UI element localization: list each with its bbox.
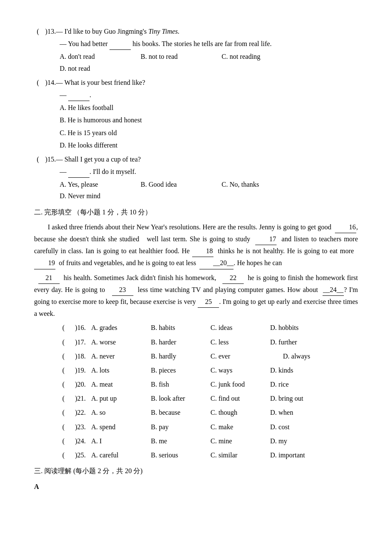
q20-option-d: D. rice: [270, 379, 326, 390]
section2-header: 二. 完形填空 （每小题 1 分，共 10 分）: [34, 206, 358, 218]
question-14: ( )14. — What is your best friend like? …: [34, 77, 358, 151]
q13-option-a: A. don't read: [60, 51, 128, 62]
q25-options: ( )25. A. careful B. serious C. similar …: [34, 449, 358, 461]
q19-option-c: C. ways: [210, 364, 266, 376]
q21-option-a: A. put up: [91, 393, 147, 404]
q14-text: — What is your best friend like?: [56, 77, 358, 88]
q13-option-d: D. not read: [60, 63, 128, 74]
q17-option-a: A. worse: [91, 336, 147, 348]
q17-option-c: C. less: [210, 336, 266, 348]
blank-21: 21: [38, 272, 60, 284]
section3-label: A: [34, 481, 358, 492]
q19-num: )19.: [72, 364, 87, 376]
q13-text: — I'd like to buy Guo Jingming's Tiny Ti…: [56, 26, 358, 37]
blank-25: 25: [198, 296, 219, 308]
q16-option-c: C. ideas: [210, 322, 266, 333]
blank-19: 19: [34, 257, 55, 269]
question-15: ( )15. — Shall I get you a cup of tea? —…: [34, 153, 358, 202]
q25-option-a: A. careful: [91, 449, 147, 461]
blank-17: 17: [255, 233, 277, 245]
cloze-q21: ( )21. A. put up B. look after C. find o…: [34, 393, 358, 404]
q18-option-c: C. ever: [210, 350, 279, 362]
q19-option-a: A. lots: [91, 364, 147, 376]
cloze-q25: ( )25. A. careful B. serious C. similar …: [34, 449, 358, 461]
q22-num: )22.: [72, 407, 87, 418]
q21-option-d: D. bring out: [270, 393, 326, 404]
q17-paren: (: [60, 336, 67, 348]
q25-option-c: C. similar: [210, 449, 266, 461]
q14-option-b-line: B. He is humorous and honest: [34, 114, 358, 126]
q25-num: )25.: [72, 449, 87, 461]
q19-paren: (: [60, 364, 67, 376]
q16-options: ( )16. A. grades B. habits C. ideas D. h…: [34, 322, 358, 333]
q15-num: )15.: [42, 153, 56, 165]
q17-options: ( )17. A. worse B. harder C. less D. fur…: [34, 336, 358, 348]
q18-options: ( )18. A. never B. hardly C. ever D. alw…: [34, 350, 358, 362]
q14-answer-line: — .: [34, 89, 358, 101]
q16-option-d: D. hobbits: [270, 322, 326, 333]
cloze-q19: ( )19. A. lots B. pieces C. ways D. kind…: [34, 364, 358, 376]
q24-option-d: D. my: [270, 435, 326, 447]
q18-num: )18.: [72, 350, 87, 362]
q15-option-d: D. Never mind: [60, 190, 128, 202]
section2-passage2: 21 his health. Sometimes Jack didn't fin…: [34, 272, 358, 320]
q16-option-b: B. habits: [151, 322, 206, 333]
cloze-q17: ( )17. A. worse B. harder C. less D. fur…: [34, 336, 358, 348]
q24-options: ( )24. A. I B. me C. mine D. my: [34, 435, 358, 447]
q22-paren: (: [60, 407, 67, 418]
q16-paren: (: [60, 322, 67, 333]
q13-paren: (: [34, 26, 42, 37]
q13-num: )13.: [42, 26, 56, 37]
q19-option-d: D. kinds: [270, 364, 326, 376]
q14-paren: (: [34, 77, 42, 88]
q13-option-c: C. not reading: [222, 51, 290, 62]
q14-blank: [68, 89, 89, 101]
question-13: ( )13. — I'd like to buy Guo Jingming's …: [34, 26, 358, 74]
q15-blank: [68, 166, 89, 178]
q17-option-b: B. harder: [151, 336, 206, 348]
q23-option-c: C. make: [210, 421, 266, 433]
q18-paren: (: [60, 350, 67, 362]
q21-num: )21.: [72, 393, 87, 404]
q15-option-a: A. Yes, please: [60, 179, 128, 190]
q20-option-b: B. fish: [151, 379, 206, 390]
q22-options: ( )22. A. so B. because C. though D. whe…: [34, 407, 358, 418]
q14-option-d-line: D. He looks different: [34, 139, 358, 151]
cloze-q16: ( )16. A. grades B. habits C. ideas D. h…: [34, 322, 358, 333]
q15-option-c: C. No, thanks: [222, 179, 290, 190]
blank-22: 22: [222, 272, 244, 284]
q16-num: )16.: [72, 322, 87, 333]
blank-24: __24__: [323, 284, 344, 296]
q24-num: )24.: [72, 435, 87, 447]
q15-options: A. Yes, please B. Good idea C. No, thank…: [34, 179, 358, 202]
blank-23: 23: [112, 284, 133, 296]
blank-18: 18: [192, 245, 213, 257]
q20-paren: (: [60, 379, 67, 390]
q20-options: ( )20. A. meat B. fish C. junk food D. r…: [34, 379, 358, 390]
q13-book-title: Tiny Times: [148, 28, 178, 35]
q23-num: )23.: [72, 421, 87, 433]
section3-header: 三. 阅读理解 (每小题 2 分，共 20 分): [34, 465, 358, 477]
q20-num: )20.: [72, 379, 87, 390]
q15-answer-line: — . I'll do it myself.: [34, 166, 358, 178]
q21-option-c: C. find out: [210, 393, 266, 404]
q18-option-a: A. never: [91, 350, 147, 362]
q23-option-b: B. pay: [151, 421, 206, 433]
blank-20: __20__: [199, 257, 233, 269]
q23-paren: (: [60, 421, 67, 433]
q24-paren: (: [60, 435, 67, 447]
q15-text: — Shall I get you a cup of tea?: [56, 153, 358, 165]
q22-option-b: B. because: [151, 407, 206, 418]
cloze-q20: ( )20. A. meat B. fish C. junk food D. r…: [34, 379, 358, 390]
q25-option-b: B. serious: [151, 449, 206, 461]
q25-paren: (: [60, 449, 67, 461]
q18-option-d: D. always: [283, 350, 338, 362]
q23-options: ( )23. A. spend B. pay C. make D. cost: [34, 421, 358, 433]
q13-blank: [110, 38, 131, 50]
q25-option-d: D. important: [270, 449, 326, 461]
q17-num: )17.: [72, 336, 87, 348]
q19-option-b: B. pieces: [151, 364, 206, 376]
q23-option-a: A. spend: [91, 421, 147, 433]
q13-option-b: B. not to read: [141, 51, 209, 62]
q20-option-c: C. junk food: [210, 379, 266, 390]
